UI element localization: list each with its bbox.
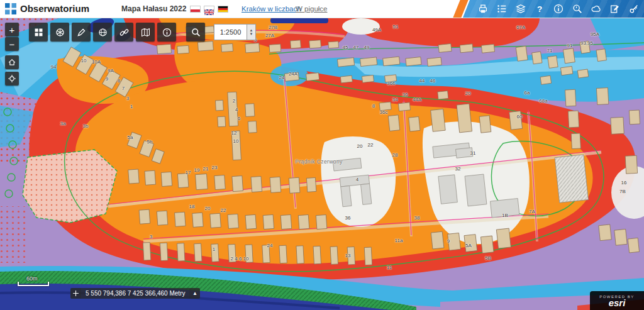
- svg-text:?: ?: [536, 4, 541, 14]
- coordinates-widget: 5 550 794,386 7 425 366,460 Metry ▲: [70, 288, 200, 299]
- polish-flag[interactable]: [190, 6, 201, 13]
- german-flag[interactable]: [218, 6, 228, 13]
- scalebar-label: 60m: [26, 275, 49, 282]
- scale-input[interactable]: [214, 24, 247, 40]
- key-button[interactable]: [625, 1, 642, 17]
- identify-search-button[interactable]: [569, 1, 586, 17]
- apps-grid-button[interactable]: [29, 23, 48, 42]
- layers-icon: [515, 3, 526, 14]
- legend-list-button[interactable]: [493, 1, 510, 17]
- coordinates-collapse-button[interactable]: ▲: [189, 288, 200, 299]
- draw-button[interactable]: [72, 23, 91, 42]
- coordinate-picker-button[interactable]: [70, 288, 81, 299]
- app-logo[interactable]: [5, 3, 16, 14]
- zoom-out-button[interactable]: −: [5, 37, 19, 51]
- scalebar: 60m: [18, 275, 49, 286]
- map-canvas[interactable]: Prądnik Czerwony 941010A9A987313a3b5a5b2…: [0, 18, 644, 310]
- noise-map-graphic: [0, 18, 644, 310]
- crosshair-plus-icon: [72, 290, 79, 297]
- edit-note-button[interactable]: [606, 1, 623, 17]
- info-circle-button[interactable]: [550, 1, 567, 17]
- help-button[interactable]: ?: [531, 1, 548, 17]
- british-flag[interactable]: [204, 6, 214, 13]
- info-circle-icon: [553, 3, 564, 14]
- locate-button[interactable]: [5, 72, 19, 86]
- spinner-down-icon: ▼: [250, 32, 253, 36]
- share-link-button[interactable]: [114, 23, 133, 42]
- scalebar-line: [18, 282, 49, 286]
- zoom-in-button[interactable]: +: [5, 23, 19, 36]
- edit-note-icon: [609, 3, 621, 14]
- scale-control: ▲▼: [214, 24, 256, 40]
- key-icon: [628, 3, 640, 14]
- home-extent-button[interactable]: [5, 55, 19, 69]
- cloud-button[interactable]: [587, 1, 604, 17]
- palette-icon: [55, 27, 65, 38]
- pencil-icon: [76, 27, 87, 38]
- help-icon: ?: [534, 3, 545, 14]
- chevron-up-icon: ▲: [192, 291, 197, 296]
- info-button[interactable]: [157, 23, 176, 42]
- apps-grid-icon: [33, 27, 44, 38]
- map-title: Mapa Hałasu 2022: [121, 0, 186, 18]
- search-button[interactable]: [186, 23, 205, 42]
- basemap-globe-button[interactable]: [93, 23, 112, 42]
- header-toolbar: ?: [463, 0, 644, 18]
- app-title: Obserwatorium: [20, 0, 89, 18]
- plus-icon: +: [9, 25, 15, 35]
- home-icon: [8, 58, 16, 67]
- scale-spinner[interactable]: ▲▼: [247, 24, 256, 40]
- esri-attribution[interactable]: POWERED BY esri: [590, 291, 644, 310]
- globe-icon: [97, 27, 108, 38]
- logo-grid-icon: [5, 3, 16, 14]
- info-icon: [162, 27, 172, 38]
- minus-icon: −: [9, 39, 15, 50]
- map-sheet-button[interactable]: [136, 23, 155, 42]
- printer-icon: [477, 3, 489, 14]
- identify-search-icon: [572, 3, 583, 14]
- link-w-pigulce[interactable]: W pigułce: [296, 0, 328, 18]
- link-krakow-w-liczbach[interactable]: Kraków w liczbach: [242, 0, 301, 18]
- print-button[interactable]: [474, 1, 491, 17]
- legend-list-icon: [496, 3, 508, 14]
- union-jack-icon: [204, 9, 214, 15]
- folded-map-icon: [140, 27, 151, 38]
- link-icon: [119, 27, 130, 38]
- palette-button[interactable]: [50, 23, 69, 42]
- map-toolbar: ▲▼: [29, 23, 256, 42]
- cloud-icon: [591, 3, 602, 14]
- esri-logo: esri: [609, 299, 626, 307]
- search-icon: [191, 27, 201, 38]
- coordinates-readout: 5 550 794,386 7 425 366,460 Metry: [81, 288, 189, 299]
- crosshair-icon: [8, 74, 16, 83]
- layers-button[interactable]: [512, 1, 529, 17]
